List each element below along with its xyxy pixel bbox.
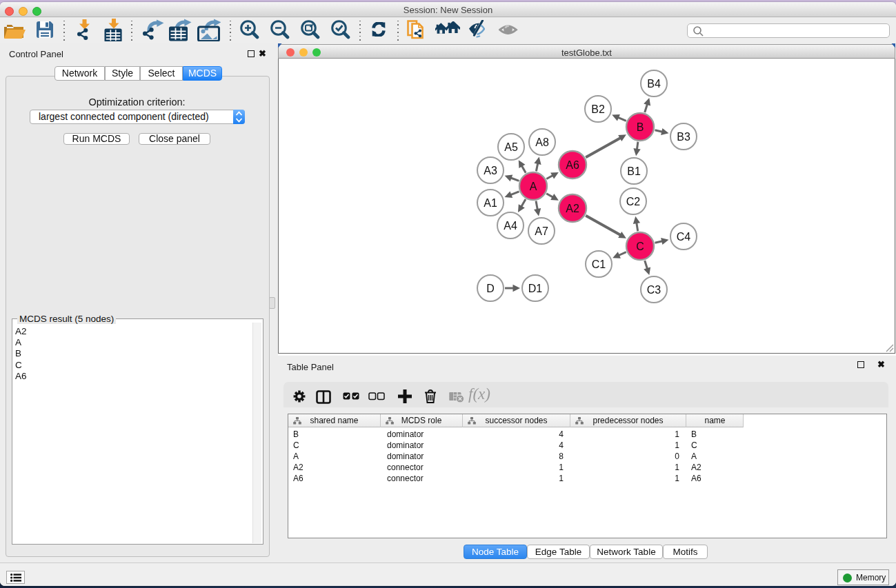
svg-text:C4: C4: [677, 231, 691, 243]
svg-text:A5: A5: [504, 141, 518, 153]
svg-text:B1: B1: [627, 165, 641, 177]
svg-text:A1: A1: [484, 197, 497, 209]
svg-text:C1: C1: [592, 258, 606, 270]
svg-text:B2: B2: [591, 103, 605, 115]
svg-text:C3: C3: [647, 284, 661, 296]
svg-text:C2: C2: [626, 196, 641, 207]
svg-text:B4: B4: [647, 78, 661, 90]
svg-text:A4: A4: [504, 220, 517, 232]
svg-text:B: B: [637, 121, 644, 133]
svg-text:A8: A8: [535, 136, 549, 148]
svg-text:A2: A2: [566, 203, 579, 214]
svg-text:A3: A3: [484, 165, 497, 176]
svg-text:D1: D1: [528, 283, 543, 294]
svg-text:B3: B3: [677, 131, 690, 143]
svg-text:A: A: [530, 181, 537, 192]
svg-text:A7: A7: [535, 225, 548, 237]
svg-text:A6: A6: [566, 159, 579, 171]
svg-text:D: D: [486, 283, 495, 294]
svg-text:C: C: [636, 241, 644, 252]
